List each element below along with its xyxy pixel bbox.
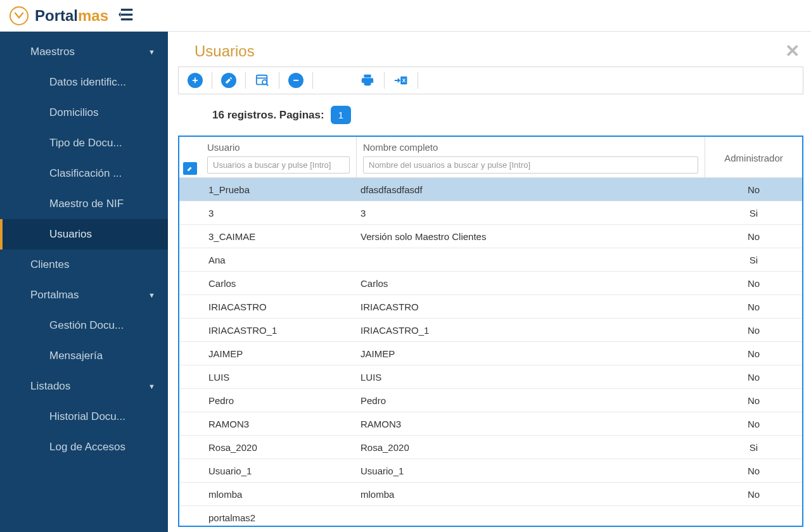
table-row[interactable]: 33Si	[179, 201, 802, 225]
cell-usuario: IRIACASTRO	[201, 301, 357, 312]
cell-nombre: LUIS	[357, 372, 705, 383]
cell-usuario: LUIS	[201, 372, 357, 383]
nav-item[interactable]: Mensajería	[0, 341, 168, 371]
data-grid: Usuario Nombre completo Administrador 1_…	[178, 136, 803, 527]
page-number-button[interactable]: 1	[331, 106, 351, 124]
chevron-down-icon: ▼	[148, 291, 155, 299]
nav-group-label: Maestros	[30, 46, 75, 58]
cell-administrador: No	[705, 489, 802, 500]
table-row[interactable]: RAMON3RAMON3No	[179, 412, 802, 436]
nav-item[interactable]: Datos identific...	[0, 67, 168, 98]
cell-usuario: Carlos	[201, 278, 357, 289]
cell-administrador: No	[705, 325, 802, 336]
delete-button[interactable]: −	[283, 71, 309, 90]
row-edit-toggle[interactable]	[183, 162, 197, 175]
svg-point-2	[262, 80, 267, 84]
table-row[interactable]: IRIACASTRO_1IRIACASTRO_1No	[179, 319, 802, 342]
table-row[interactable]: LUISLUISNo	[179, 365, 802, 389]
table-row[interactable]: CarlosCarlosNo	[179, 272, 802, 295]
cell-nombre: IRIACASTRO	[357, 301, 705, 312]
chevron-down-icon: ▼	[148, 48, 155, 56]
page-title: Usuarios	[195, 42, 255, 60]
nav-group[interactable]: Maestros▼	[0, 37, 168, 67]
cell-administrador: No	[705, 278, 802, 289]
cell-usuario: Rosa_2020	[201, 442, 357, 453]
table-row[interactable]: portalmas2	[179, 506, 802, 526]
nav-item[interactable]: Tipo de Docu...	[0, 128, 168, 158]
filter-input-usuario[interactable]	[207, 156, 350, 174]
cell-usuario: IRIACASTRO_1	[201, 325, 357, 336]
nav-item[interactable]: Maestro de NIF	[0, 189, 168, 219]
cell-usuario: mlomba	[201, 489, 357, 500]
nav-group-label: Listados	[30, 380, 70, 393]
cell-nombre: Usuario_1	[357, 466, 705, 476]
column-header-administrador[interactable]: Administrador	[705, 137, 802, 177]
table-row[interactable]: Usuario_1Usuario_1No	[179, 459, 802, 483]
print-button[interactable]	[355, 71, 380, 90]
cell-nombre: Pedro	[357, 395, 705, 406]
content-panel: Usuarios ✕ + − X	[168, 32, 811, 532]
nav-item[interactable]: Gestión Docu...	[0, 310, 168, 341]
table-row[interactable]: PedroPedroNo	[179, 389, 802, 412]
svg-text:X: X	[402, 77, 406, 84]
cell-nombre: mlomba	[357, 489, 705, 500]
cell-nombre: 3	[357, 208, 705, 218]
nav-group[interactable]: Listados▼	[0, 371, 168, 402]
grid-body[interactable]: 1_PruebadfasdfasdfasdfNo33Si3_CAIMAEVers…	[179, 178, 802, 526]
filter-input-nombre[interactable]	[363, 156, 698, 174]
cell-usuario: Usuario_1	[201, 466, 357, 476]
nav-item[interactable]: Historial Docu...	[0, 402, 168, 432]
cell-administrador: No	[705, 466, 802, 476]
cell-administrador: Si	[705, 208, 802, 218]
grid-header: Usuario Nombre completo Administrador	[179, 137, 802, 178]
nav-item[interactable]: Log de Accesos	[0, 432, 168, 462]
cell-usuario: 1_Prueba	[201, 184, 357, 195]
minus-icon: −	[288, 73, 303, 88]
brand-part2: mas	[78, 7, 108, 24]
nav-group[interactable]: Portalmas▼	[0, 280, 168, 310]
cell-administrador: No	[705, 184, 802, 195]
table-row[interactable]: JAIMEPJAIMEPNo	[179, 342, 802, 365]
cell-nombre: IRIACASTRO_1	[357, 325, 705, 336]
nav-group-label: Portalmas	[30, 289, 79, 301]
sidebar-collapse-button[interactable]	[118, 6, 134, 25]
cell-nombre: Carlos	[357, 278, 705, 289]
column-header-usuario[interactable]: Usuario	[201, 137, 357, 177]
table-row[interactable]: 1_PruebadfasdfasdfasdfNo	[179, 178, 802, 201]
search-detail-button[interactable]	[250, 71, 275, 90]
brand-title: Portalmas	[35, 7, 108, 25]
brand-logo-icon	[10, 6, 29, 25]
nav-group-label: Clientes	[30, 258, 69, 271]
cell-usuario: 3	[201, 208, 357, 218]
close-icon[interactable]: ✕	[785, 41, 800, 61]
table-row[interactable]: 3_CAIMAEVersión solo Maestro ClientesNo	[179, 225, 802, 248]
cell-nombre: JAIMEP	[357, 348, 705, 359]
nav-item[interactable]: Clasificación ...	[0, 158, 168, 189]
table-row[interactable]: IRIACASTROIRIACASTRONo	[179, 295, 802, 319]
table-row[interactable]: Rosa_2020Rosa_2020Si	[179, 436, 802, 459]
column-header-nombre[interactable]: Nombre completo	[357, 137, 705, 177]
cell-nombre: Versión solo Maestro Clientes	[357, 231, 705, 242]
nav-group[interactable]: Clientes	[0, 250, 168, 280]
cell-administrador: No	[705, 395, 802, 406]
cell-usuario: JAIMEP	[201, 348, 357, 359]
toolbar-separator	[245, 72, 246, 89]
table-row[interactable]: mlombamlombaNo	[179, 483, 802, 506]
toolbar-separator	[384, 72, 385, 89]
brand-part1: Portal	[35, 7, 78, 24]
cell-nombre: dfasdfasdfasdf	[357, 184, 705, 195]
cell-usuario: RAMON3	[201, 419, 357, 429]
nav-item[interactable]: Usuarios	[0, 219, 168, 250]
table-row[interactable]: AnaSi	[179, 248, 802, 272]
cell-nombre: Rosa_2020	[357, 442, 705, 453]
nav-item[interactable]: Domicilios	[0, 98, 168, 128]
toolbar: + − X	[178, 66, 803, 94]
add-button[interactable]: +	[182, 71, 208, 90]
cell-administrador: No	[705, 419, 802, 429]
export-excel-button[interactable]: X	[388, 71, 414, 90]
edit-button[interactable]	[216, 71, 241, 90]
cell-usuario: portalmas2	[201, 512, 357, 523]
pager: 16 registros. Paginas: 1	[176, 94, 806, 132]
toolbar-separator	[312, 72, 313, 89]
column-label: Usuario	[207, 142, 350, 153]
